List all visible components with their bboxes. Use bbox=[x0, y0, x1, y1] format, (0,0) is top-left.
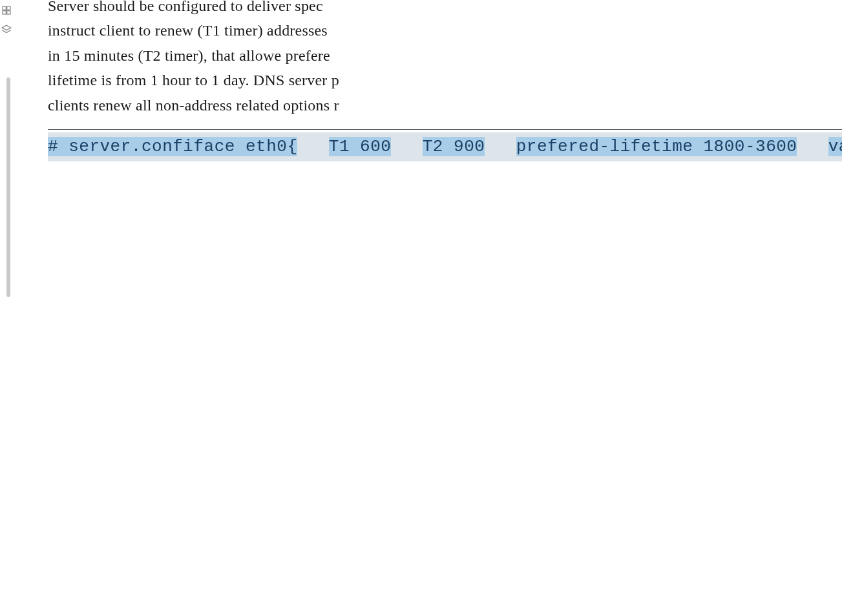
svg-rect-2 bbox=[3, 11, 6, 14]
code-block-wrapper: # server.confiface eth0{ T1 600 T2 900 p… bbox=[48, 129, 842, 161]
thumbnails-icon[interactable] bbox=[0, 4, 13, 17]
code-line: # server.conf bbox=[48, 132, 183, 161]
svg-rect-3 bbox=[7, 11, 10, 14]
body-paragraph: Server should be configured to deliver s… bbox=[13, 0, 842, 129]
code-line: valid-lifetime 3600-86400 bbox=[797, 132, 842, 161]
layers-icon[interactable] bbox=[0, 23, 13, 36]
code-block: # server.confiface eth0{ T1 600 T2 900 p… bbox=[48, 132, 842, 161]
svg-rect-0 bbox=[3, 6, 6, 10]
document-content: Server should be configured to deliver s… bbox=[13, 0, 842, 616]
svg-rect-1 bbox=[7, 6, 10, 10]
code-line: iface eth0 bbox=[183, 132, 287, 161]
code-line: T1 600 bbox=[297, 132, 391, 161]
code-line: prefered-lifetime 1800-3600 bbox=[485, 132, 797, 161]
sidebar-scrollbar[interactable] bbox=[6, 77, 10, 297]
code-line: T2 900 bbox=[391, 132, 485, 161]
code-line: { bbox=[287, 132, 297, 161]
svg-marker-4 bbox=[2, 25, 11, 30]
